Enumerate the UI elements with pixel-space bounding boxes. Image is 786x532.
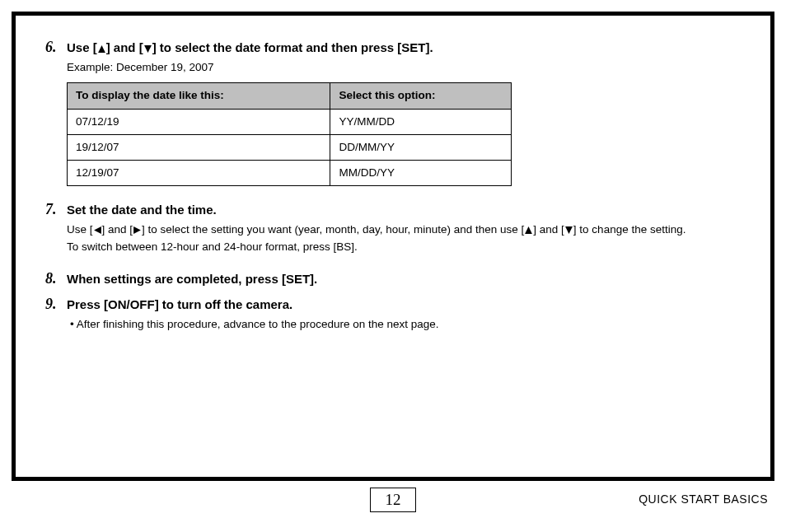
table-cell: 07/12/19 — [68, 109, 330, 134]
step-7-body: Use [] and [] to select the setting you … — [67, 222, 741, 255]
section-label: QUICK START BASICS — [639, 492, 768, 506]
step-6: 6. Use [] and [] to select the date form… — [45, 39, 741, 186]
table-header-row: To display the date like this: Select th… — [68, 83, 512, 109]
page-number: 12 — [370, 488, 416, 512]
right-triangle-icon — [133, 226, 142, 235]
step-number: 7. — [45, 201, 67, 218]
svg-marker-2 — [94, 226, 101, 234]
step-number: 8. — [45, 270, 67, 287]
step-6-title: Use [] and [] to select the date format … — [67, 40, 433, 54]
down-triangle-icon — [143, 44, 152, 54]
text: ] and [ — [106, 40, 143, 54]
page-footer: 12 QUICK START BASICS — [12, 488, 774, 517]
step-8-title: When settings are completed, press [SET]… — [67, 272, 317, 286]
text: ] to select the date format and then pre… — [152, 40, 433, 54]
table-row: 07/12/19 YY/MM/DD — [68, 109, 512, 134]
text: ] and [ — [102, 223, 133, 236]
table-row: 19/12/07 DD/MM/YY — [68, 134, 512, 160]
date-format-table: To display the date like this: Select th… — [67, 82, 512, 186]
step-7-title: Set the date and the time. — [67, 203, 217, 217]
table-cell: YY/MM/DD — [330, 109, 512, 134]
left-triangle-icon — [93, 226, 102, 235]
step-9: 9. Press [ON/OFF] to turn off the camera… — [45, 296, 741, 333]
svg-marker-0 — [98, 45, 105, 53]
svg-marker-3 — [133, 226, 141, 234]
text: Use [ — [67, 223, 93, 236]
step-6-body: Example: December 19, 2007 To display th… — [67, 59, 741, 186]
svg-marker-4 — [525, 226, 532, 234]
table-cell: MM/DD/YY — [330, 161, 512, 186]
table-cell: DD/MM/YY — [330, 134, 512, 160]
down-triangle-icon — [564, 226, 573, 235]
text: Use [ — [67, 40, 97, 54]
step-number: 9. — [45, 296, 67, 313]
table-header: To display the date like this: — [68, 83, 330, 109]
up-triangle-icon — [97, 44, 106, 54]
step-8-head: 8. When settings are completed, press [S… — [45, 270, 741, 287]
table-row: 12/19/07 MM/DD/YY — [68, 161, 512, 186]
step-9-title: Press [ON/OFF] to turn off the camera. — [67, 297, 292, 311]
text: ] to change the setting. — [573, 223, 686, 236]
table-header: Select this option: — [330, 83, 512, 109]
text: ] to select the setting you want (year, … — [142, 223, 524, 236]
text: ] and [ — [533, 223, 564, 236]
svg-marker-5 — [565, 226, 573, 234]
step-7: 7. Set the date and the time. Use [] and… — [45, 201, 741, 255]
up-triangle-icon — [524, 226, 533, 235]
page-frame: 6. Use [] and [] to select the date form… — [12, 12, 774, 481]
step-7-head: 7. Set the date and the time. — [45, 201, 741, 218]
step-8: 8. When settings are completed, press [S… — [45, 270, 741, 287]
svg-marker-1 — [144, 45, 152, 53]
table-cell: 19/12/07 — [68, 134, 330, 160]
step-7-line2: To switch between 12-hour and 24-hour fo… — [67, 239, 741, 255]
step-7-line1: Use [] and [] to select the setting you … — [67, 222, 741, 238]
table-cell: 12/19/07 — [68, 161, 330, 186]
step-number: 6. — [45, 39, 67, 56]
step-9-head: 9. Press [ON/OFF] to turn off the camera… — [45, 296, 741, 313]
step-9-body: After finishing this procedure, advance … — [67, 316, 741, 333]
step-9-bullet: After finishing this procedure, advance … — [78, 316, 741, 333]
example-text: Example: December 19, 2007 — [67, 59, 741, 76]
step-6-head: 6. Use [] and [] to select the date form… — [45, 39, 741, 56]
